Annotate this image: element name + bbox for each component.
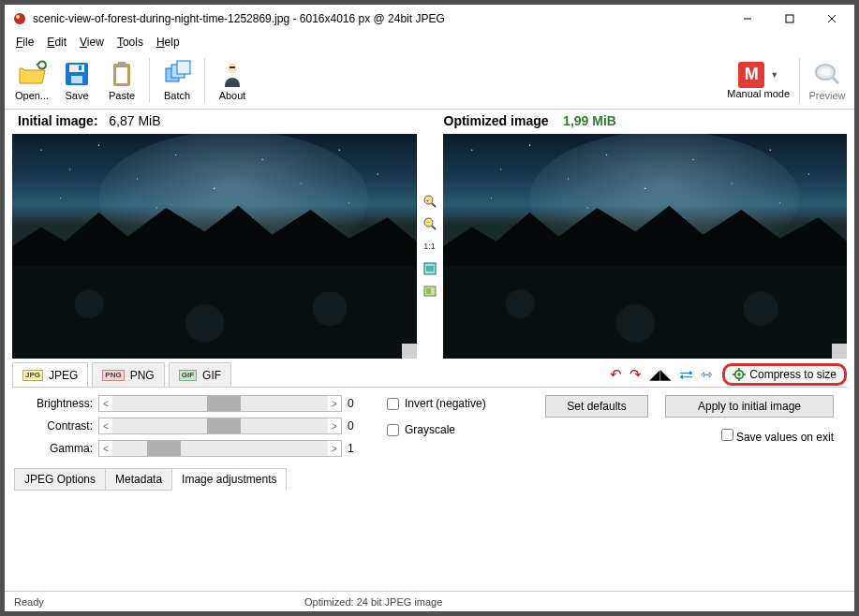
- menu-help[interactable]: Help: [151, 36, 185, 49]
- compress-label: Compress to size: [749, 368, 837, 381]
- save-button[interactable]: Save: [55, 53, 98, 108]
- zoom-ratio-label[interactable]: 1:1: [422, 239, 437, 254]
- app-window: scenic-view-of-forest-during-night-time-…: [0, 0, 859, 616]
- undo-icon[interactable]: ↶: [610, 366, 622, 383]
- toolbar-separator: [799, 58, 800, 103]
- open-label: Open...: [15, 90, 49, 101]
- optimized-image-preview: [443, 134, 848, 359]
- zoom-in-icon[interactable]: +: [422, 194, 437, 209]
- set-defaults-button[interactable]: Set defaults: [545, 395, 648, 418]
- svg-point-38: [75, 289, 104, 318]
- status-ready: Ready: [14, 596, 304, 608]
- optimized-pane[interactable]: [443, 134, 848, 359]
- svg-point-25: [98, 144, 100, 146]
- svg-point-30: [301, 183, 302, 184]
- menu-view[interactable]: View: [74, 36, 110, 49]
- menubar: File Edit View Tools Help: [5, 33, 854, 51]
- resize-grip[interactable]: [832, 344, 847, 359]
- tab-png[interactable]: PNG PNG: [92, 362, 164, 387]
- action-icons: ↶ ↷ ◢◣ ⮂ ⇿: [610, 366, 718, 383]
- tab-metadata[interactable]: Metadata: [105, 468, 172, 491]
- svg-point-0: [14, 13, 25, 24]
- save-on-exit-checkbox[interactable]: Save values on exit: [721, 431, 834, 444]
- resize-grip[interactable]: [402, 344, 417, 359]
- svg-point-61: [769, 149, 771, 151]
- open-button[interactable]: Open...: [10, 53, 53, 108]
- invert-checkbox[interactable]: Invert (negative): [387, 397, 486, 410]
- menu-tools[interactable]: Tools: [111, 36, 149, 49]
- svg-point-33: [60, 198, 61, 198]
- preview-button[interactable]: Preview: [806, 53, 849, 108]
- minimize-button[interactable]: [726, 6, 768, 32]
- slider-right-arrow[interactable]: >: [328, 399, 341, 409]
- svg-text:+: +: [426, 198, 430, 203]
- save-on-exit-label: Save values on exit: [736, 431, 834, 444]
- svg-rect-9: [79, 66, 81, 70]
- brightness-slider[interactable]: < >: [98, 395, 342, 412]
- gear-icon: [733, 368, 746, 381]
- zoom-out-icon[interactable]: −: [422, 216, 437, 231]
- svg-point-28: [214, 187, 215, 189]
- contrast-slider[interactable]: < >: [98, 418, 342, 434]
- mode-label: Manual mode: [727, 88, 790, 99]
- svg-rect-15: [177, 61, 190, 74]
- about-label: About: [219, 90, 246, 101]
- initial-pane[interactable]: [12, 134, 417, 359]
- svg-point-31: [338, 149, 340, 151]
- menu-edit[interactable]: Edit: [41, 36, 72, 49]
- save-on-exit-input[interactable]: [721, 429, 733, 441]
- dropdown-caret-icon: ▼: [770, 70, 778, 80]
- clipboard-icon: [107, 59, 137, 89]
- mode-icon: M: [738, 62, 764, 88]
- slider-right-arrow[interactable]: >: [328, 444, 341, 454]
- tab-gif[interactable]: GIF GIF: [169, 362, 231, 387]
- tab-image-adjustments[interactable]: Image adjustments: [171, 468, 287, 491]
- flip-vertical-icon[interactable]: ⮂: [679, 367, 693, 383]
- resize-icon[interactable]: ⇿: [701, 366, 713, 383]
- svg-point-68: [505, 289, 534, 318]
- svg-point-60: [731, 183, 732, 184]
- close-button[interactable]: [810, 6, 852, 32]
- svg-rect-48: [426, 266, 434, 271]
- svg-point-32: [378, 173, 378, 174]
- svg-rect-8: [71, 76, 82, 83]
- batch-button[interactable]: Batch: [156, 53, 199, 108]
- flip-horizontal-icon[interactable]: ◢◣: [649, 366, 672, 383]
- compress-to-size-button[interactable]: Compress to size: [722, 363, 847, 386]
- svg-point-57: [605, 154, 606, 155]
- svg-point-62: [807, 173, 808, 174]
- zoom-tools: + − 1:1: [419, 134, 441, 359]
- batch-label: Batch: [164, 90, 190, 101]
- grayscale-checkbox[interactable]: Grayscale: [387, 423, 486, 436]
- invert-label: Invert (negative): [405, 397, 486, 410]
- svg-point-64: [586, 207, 587, 208]
- paste-button[interactable]: Paste: [100, 53, 143, 108]
- svg-point-53: [471, 150, 472, 151]
- initial-image-preview: [12, 134, 417, 359]
- maximize-button[interactable]: [768, 6, 810, 32]
- actual-size-icon[interactable]: [422, 284, 437, 299]
- about-button[interactable]: About: [211, 53, 254, 108]
- invert-input[interactable]: [387, 398, 399, 410]
- svg-point-69: [615, 304, 654, 343]
- tab-jpeg[interactable]: JPG JPEG: [12, 362, 88, 387]
- mode-button[interactable]: M ▼ Manual mode: [723, 53, 793, 108]
- svg-point-1: [16, 15, 20, 19]
- menu-file[interactable]: File: [10, 36, 39, 49]
- gamma-slider[interactable]: < >: [98, 440, 342, 457]
- grayscale-label: Grayscale: [405, 423, 455, 436]
- slider-right-arrow[interactable]: >: [328, 421, 341, 432]
- grayscale-input[interactable]: [387, 424, 399, 436]
- fit-window-icon[interactable]: [422, 261, 437, 276]
- gamma-value: 1: [348, 442, 361, 455]
- contrast-value: 0: [348, 419, 361, 433]
- redo-icon[interactable]: ↷: [629, 366, 642, 383]
- slider-left-arrow[interactable]: <: [99, 399, 112, 409]
- toolbar-separator: [149, 58, 150, 103]
- tab-jpeg-options[interactable]: JPEG Options: [14, 468, 106, 491]
- tab-gif-label: GIF: [202, 369, 221, 382]
- slider-left-arrow[interactable]: <: [99, 444, 112, 454]
- svg-point-39: [185, 304, 224, 343]
- slider-left-arrow[interactable]: <: [99, 421, 112, 432]
- apply-initial-button[interactable]: Apply to initial image: [665, 395, 834, 418]
